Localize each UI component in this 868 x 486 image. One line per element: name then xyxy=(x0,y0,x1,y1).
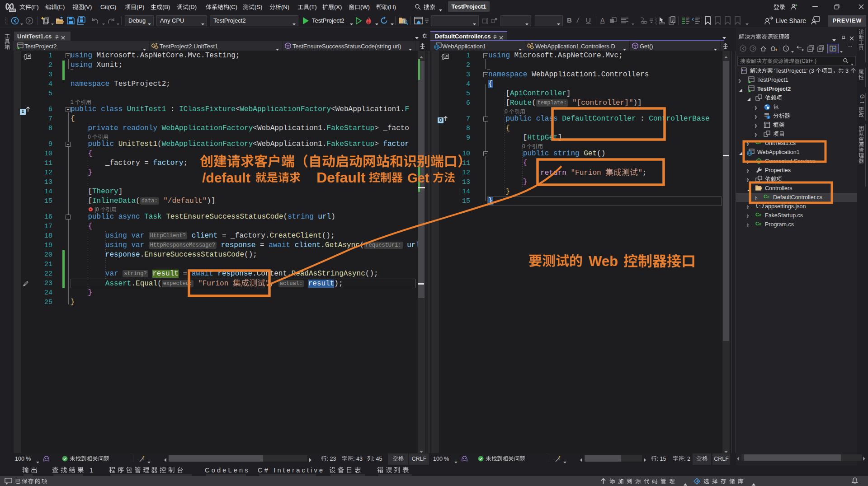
svg-text:/default: /default xyxy=(202,170,250,185)
svg-text:Web: Web xyxy=(589,253,618,269)
svg-text:Default: Default xyxy=(316,169,366,186)
svg-text:Get: Get xyxy=(407,171,429,185)
